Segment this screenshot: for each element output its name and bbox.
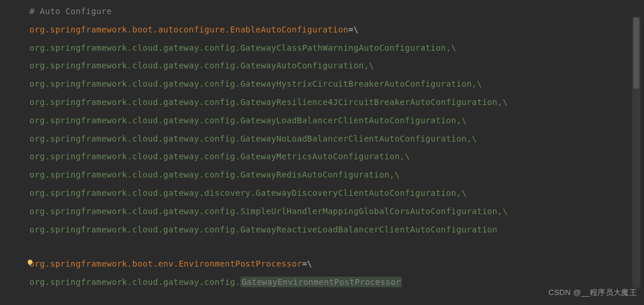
equals-backslash: =\ <box>348 25 358 34</box>
svg-rect-1 <box>29 264 31 265</box>
value-prefix: org.springframework.cloud.gateway.config… <box>29 206 240 216</box>
value-class: GatewayClassPathWarningAutoConfiguration <box>240 43 446 53</box>
scrollbar-track[interactable] <box>632 17 640 288</box>
value-suffix: ,\ <box>497 97 507 107</box>
value-prefix: org.springframework.cloud.gateway.config… <box>29 134 240 143</box>
value-class: GatewayLoadBalancerClientAutoConfigurati… <box>240 116 457 125</box>
property-key-tail: .springframework.boot.env.EnvironmentPos… <box>45 259 302 268</box>
code-line: # Auto Configure <box>4 2 640 21</box>
code-line: org.springframework.cloud.gateway.discov… <box>4 184 640 202</box>
value-suffix: ,\ <box>467 134 477 143</box>
property-key-tail: .springframework.boot.autoconfigure.Enab… <box>45 25 348 34</box>
blank-line <box>4 238 640 255</box>
value-suffix: ,\ <box>497 206 507 216</box>
value-class: GatewayMetricsAutoConfiguration <box>240 152 400 161</box>
code-line: org.springframework.cloud.gateway.config… <box>4 57 640 75</box>
value-class: GatewayAutoConfiguration <box>240 61 364 70</box>
value-class: GatewayDiscoveryClientAutoConfiguration <box>256 188 456 198</box>
scrollbar-thumb[interactable] <box>633 18 639 88</box>
value-class: GatewayHystrixCircuitBreakerAutoConfigur… <box>240 79 472 88</box>
code-line: org.springframework.cloud.gateway.config… <box>4 221 640 239</box>
value-class: GatewayReactiveLoadBalancerClientAutoCon… <box>240 225 497 234</box>
equals-backslash: =\ <box>302 259 312 268</box>
value-suffix: ,\ <box>472 79 482 88</box>
code-line: org.springframework.cloud.gateway.config… <box>4 166 640 184</box>
value-prefix: org.springframework.cloud.gateway.config… <box>29 97 240 107</box>
value-class-highlighted: GatewayEnvironmentPostProcessor <box>240 277 402 287</box>
value-prefix: org.springframework.cloud.gateway.config… <box>29 43 240 53</box>
code-line: org.springframework.cloud.gateway.config… <box>4 39 640 57</box>
value-prefix: org.springframework.cloud.gateway.config… <box>29 170 240 179</box>
code-line: org.springframework.boot.env.Environment… <box>4 255 640 273</box>
value-class: GatewayNoLoadBalancerClientAutoConfigura… <box>240 134 467 143</box>
value-suffix: ,\ <box>457 188 467 198</box>
value-prefix: org.springframework.cloud.gateway.discov… <box>29 188 256 198</box>
value-class: SimpleUrlHandlerMappingGlobalCorsAutoCon… <box>240 206 497 216</box>
editor-content[interactable]: # Auto Configure org.springframework.boo… <box>4 2 640 287</box>
code-line: org.springframework.cloud.gateway.config… <box>4 273 640 287</box>
value-prefix: org.springframework.cloud.gateway.config… <box>29 152 240 161</box>
comment-text: # Auto Configure <box>29 6 112 16</box>
value-suffix: ,\ <box>364 61 374 70</box>
value-class: GatewayResilience4JCircuitBreakerAutoCon… <box>240 97 497 107</box>
value-prefix: org.springframework.cloud.gateway.config… <box>29 79 240 88</box>
code-line: org.springframework.cloud.gateway.config… <box>4 75 640 93</box>
code-line: org.springframework.cloud.gateway.config… <box>4 130 640 148</box>
value-class: GatewayRedisAutoConfiguration <box>240 170 389 179</box>
value-prefix: org.springframework.cloud.gateway.config… <box>29 116 240 125</box>
value-suffix: ,\ <box>399 152 409 161</box>
value-suffix: ,\ <box>446 43 456 53</box>
value-prefix: org.springframework.cloud.gateway.config… <box>29 225 240 234</box>
intention-bulb-icon[interactable] <box>26 255 35 264</box>
code-line: org.springframework.cloud.gateway.config… <box>4 147 640 166</box>
value-prefix: org.springframework.cloud.gateway.config… <box>29 277 240 287</box>
code-line: org.springframework.cloud.gateway.config… <box>4 111 640 130</box>
watermark-text: CSDN @__程序员大魔王 <box>549 284 637 301</box>
svg-point-0 <box>28 260 32 264</box>
code-line: org.springframework.boot.autoconfigure.E… <box>4 21 640 39</box>
code-line: org.springframework.cloud.gateway.config… <box>4 93 640 111</box>
value-suffix: ,\ <box>389 170 399 179</box>
value-prefix: org.springframework.cloud.gateway.config… <box>29 61 240 70</box>
code-editor[interactable]: # Auto Configure org.springframework.boo… <box>0 0 644 305</box>
code-line: org.springframework.cloud.gateway.config… <box>4 202 640 221</box>
property-key-head: org <box>29 25 45 34</box>
value-suffix: ,\ <box>457 116 467 125</box>
